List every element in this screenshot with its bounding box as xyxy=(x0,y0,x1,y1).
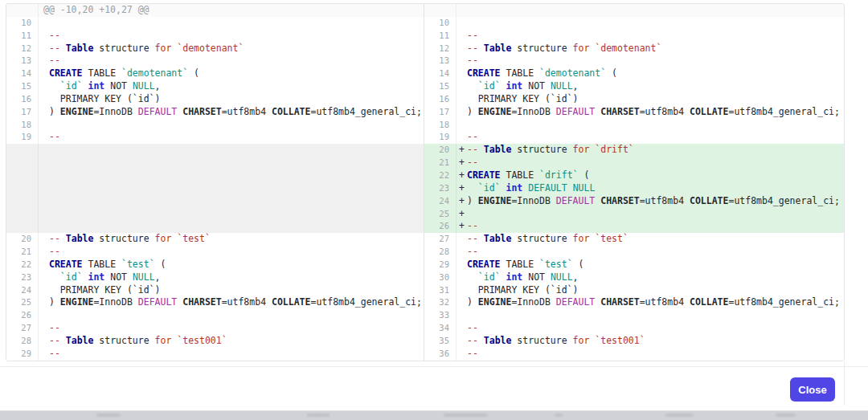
code-line: + `id` int DEFAULT NULL xyxy=(457,182,844,195)
code-token: ENGINE xyxy=(478,106,512,117)
diff-row: 15 `id` int NOT NULL, xyxy=(6,80,424,93)
code-token: for xyxy=(573,144,590,155)
code-token: int xyxy=(88,271,105,283)
diff-pane-old: @@ -10,20 +10,27 @@1011--12-- Table stru… xyxy=(6,4,424,361)
code-token: =InnoDB xyxy=(93,296,137,308)
code-line xyxy=(457,309,844,322)
code-token: `id` xyxy=(60,80,83,92)
line-number xyxy=(6,169,39,182)
diff-marker: + xyxy=(457,182,467,195)
diff-row: 24+) ENGINE=InnoDB DEFAULT CHARSET=utf8m… xyxy=(424,195,844,208)
line-number: 21 xyxy=(424,157,457,169)
code-token: , xyxy=(573,271,579,283)
code-token: `drift` xyxy=(539,169,578,181)
code-line xyxy=(39,195,424,208)
code-token xyxy=(501,80,506,92)
line-number: 13 xyxy=(6,55,39,67)
code-token: Table xyxy=(484,335,512,346)
line-number: 24 xyxy=(6,284,39,297)
line-number: 28 xyxy=(424,246,457,259)
code-token: -- xyxy=(467,157,478,168)
diff-marker: + xyxy=(457,169,467,182)
code-token: -- xyxy=(467,348,478,359)
code-line: +-- Table structure for `drift` xyxy=(457,144,844,157)
diff-row: 29CREATE TABLE `test` ( xyxy=(424,259,844,271)
diff-row: 22+CREATE TABLE `drift` ( xyxy=(424,169,844,182)
code-token: COLLATE xyxy=(272,296,310,308)
diff-row: 20-- Table structure for `test` xyxy=(6,233,424,246)
code-token: COLLATE xyxy=(690,106,728,117)
code-token: ) xyxy=(49,296,60,308)
line-number xyxy=(6,157,39,169)
code-token: structure xyxy=(511,335,572,346)
line-number xyxy=(6,195,39,208)
code-token xyxy=(467,80,478,92)
code-token: PRIMARY KEY (`id`) xyxy=(49,284,160,296)
code-token: ENGINE xyxy=(478,296,512,308)
close-button[interactable]: Close xyxy=(790,377,835,402)
code-token: `test` xyxy=(539,259,573,270)
diff-marker: + xyxy=(457,208,467,221)
line-number: 10 xyxy=(6,17,39,30)
diff-row: 17) ENGINE=InnoDB DEFAULT CHARSET=utf8mb… xyxy=(6,106,424,119)
blurred-text xyxy=(444,414,488,417)
code-token: DEFAULT xyxy=(138,296,177,308)
code-line: -- Table structure for `test` xyxy=(457,233,844,246)
code-line xyxy=(457,17,844,30)
diff-row: 23+ `id` int DEFAULT NULL xyxy=(424,182,844,195)
dimmed-page-background xyxy=(0,410,868,420)
code-token: -- xyxy=(467,233,484,244)
code-line: PRIMARY KEY (`id`) xyxy=(39,93,424,106)
code-token xyxy=(83,271,88,283)
line-number: 29 xyxy=(6,348,39,361)
code-line: `id` int NOT NULL, xyxy=(457,271,844,284)
code-token xyxy=(49,80,60,92)
code-line: PRIMARY KEY (`id`) xyxy=(457,93,844,106)
code-line xyxy=(39,119,424,132)
code-token: -- xyxy=(49,43,66,54)
code-line: -- Table structure for `test` xyxy=(39,233,424,246)
code-token: =utf8mb4 xyxy=(640,195,690,206)
code-token: ) xyxy=(467,106,478,117)
code-token: NULL xyxy=(133,271,155,283)
diff-row: 27-- xyxy=(6,322,424,335)
code-line: -- xyxy=(457,246,844,259)
code-line: -- xyxy=(457,322,844,335)
diff-marker: + xyxy=(457,144,467,157)
code-token: =utf8mb4_general_ci; xyxy=(728,296,839,308)
code-token: DEFAULT xyxy=(556,195,595,206)
code-token: int xyxy=(506,271,523,283)
diff-viewer: @@ -10,20 +10,27 @@1011--12-- Table stru… xyxy=(6,3,845,361)
code-line: -- xyxy=(457,348,844,361)
line-number xyxy=(6,182,39,195)
code-token: -- xyxy=(467,55,478,66)
line-number xyxy=(6,220,39,233)
diff-row: 12-- Table structure for `demotenant` xyxy=(6,43,424,55)
line-number: 17 xyxy=(6,106,39,119)
code-token: ( xyxy=(155,259,166,270)
diff-row: 10 xyxy=(424,17,844,30)
line-number: 18 xyxy=(6,119,39,132)
code-token: ) xyxy=(49,106,60,117)
code-token: ( xyxy=(578,169,589,181)
code-token: , xyxy=(155,80,161,92)
diff-row xyxy=(424,4,844,17)
diff-row: 25+ xyxy=(424,208,844,221)
line-number: 16 xyxy=(6,93,39,106)
diff-row: 28-- xyxy=(424,246,844,259)
blurred-text xyxy=(96,414,121,417)
diff-row: 31 PRIMARY KEY (`id`) xyxy=(424,284,844,297)
code-token: structure xyxy=(93,43,154,54)
code-token: int xyxy=(506,182,523,194)
diff-marker: + xyxy=(457,195,467,208)
diff-row: 20+-- Table structure for `drift` xyxy=(424,144,844,157)
code-token: =InnoDB xyxy=(511,296,555,308)
line-number: 33 xyxy=(424,309,457,322)
code-token: -- xyxy=(467,144,484,155)
code-token: , xyxy=(155,271,161,283)
code-line: ) ENGINE=InnoDB DEFAULT CHARSET=utf8mb4 … xyxy=(39,106,424,119)
code-token: Table xyxy=(66,335,94,346)
code-token: -- xyxy=(49,335,66,346)
code-line: -- Table structure for `demotenant` xyxy=(457,43,844,55)
code-line xyxy=(39,157,424,169)
